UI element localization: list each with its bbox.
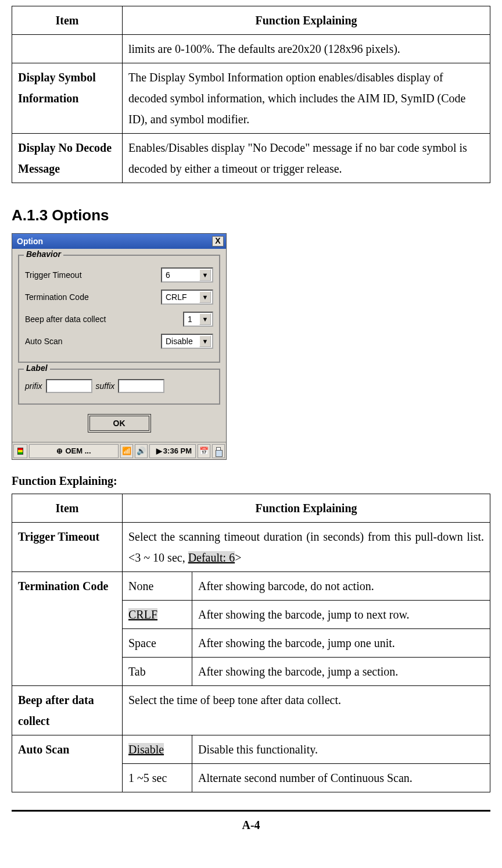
dialog-titlebar: Option X (12, 234, 226, 249)
table-row: Display No Decode Message Enables/Disabl… (12, 134, 490, 183)
beep-label: Beep after data collect (25, 315, 183, 324)
prefix-input[interactable] (46, 379, 92, 393)
chevron-down-icon: ▼ (199, 335, 211, 347)
th-item: Item (12, 6, 123, 35)
cell-desc: After showing barcode, do not action. (192, 572, 490, 601)
cell-code: Disable (123, 735, 192, 764)
table-row: limits are 0-100%. The defaults are20x20… (12, 35, 490, 63)
table-row: Auto Scan Disable Disable this functiona… (12, 735, 490, 764)
trigger-timeout-value: 6 (166, 270, 199, 280)
cell-code: Tab (123, 658, 192, 686)
termination-code-combo[interactable]: CRLF ▼ (161, 290, 213, 305)
termination-code-value: CRLF (166, 292, 199, 302)
cell-item: Display No Decode Message (12, 134, 123, 183)
label-legend: Label (24, 363, 50, 373)
cell-desc: Disable this functionality. (192, 735, 490, 764)
ok-button[interactable]: OK (88, 414, 151, 433)
taskbar: ⊕OEM ... 📶 🔊 ▶3:36 PM 📅 (12, 442, 226, 459)
table-decode-options: Item Function Explaining limits are 0-10… (12, 6, 490, 183)
taskbar-clock[interactable]: ▶3:36 PM (149, 444, 196, 458)
cell-desc: After showing the barcode, jump one unit… (192, 629, 490, 658)
auto-scan-label: Auto Scan (25, 337, 161, 346)
chevron-down-icon: ▼ (199, 313, 211, 325)
cell-item: Trigger Timeout (12, 523, 123, 572)
cell-code: None (123, 572, 192, 601)
start-flag-icon[interactable] (13, 444, 27, 458)
cell-item: Display Symbol Information (12, 63, 123, 134)
function-explaining-label: Function Explaining: (12, 474, 490, 488)
table-row: Display Symbol Information The Display S… (12, 63, 490, 134)
beep-row: Beep after data collect 1 ▼ (25, 310, 213, 328)
cell-explain: Enables/Disables display "No Decode" mes… (123, 134, 490, 183)
close-button[interactable]: X (212, 236, 224, 247)
beep-combo[interactable]: 1 ▼ (183, 312, 213, 327)
cell-code: CRLF (123, 601, 192, 629)
behavior-fieldset: Behavior Trigger Timeout 6 ▼ Termination… (18, 255, 220, 363)
page-footer: A-4 (12, 810, 490, 832)
volume-icon[interactable]: 🔊 (135, 444, 148, 458)
auto-scan-row: Auto Scan Disable ▼ (25, 333, 213, 350)
cell-desc: Alternate second number of Continuous Sc… (192, 764, 490, 792)
taskbar-oem-button[interactable]: ⊕OEM ... (29, 444, 119, 458)
chevron-down-icon: ▼ (199, 291, 211, 303)
cell-item: Beep after data collect (12, 686, 123, 735)
suffix-input[interactable] (118, 379, 164, 393)
cell-item: Termination Code (12, 572, 123, 686)
table-row: Termination Code None After showing barc… (12, 572, 490, 601)
suffix-label: suffix (96, 381, 115, 391)
table-row: Trigger Timeout Select the scanning time… (12, 523, 490, 572)
th-explain: Function Explaining (123, 494, 490, 523)
network-icon[interactable]: 📶 (120, 444, 133, 458)
desktop-icon[interactable] (212, 444, 225, 458)
cell-explain: Select the time of beep tone after data … (123, 686, 490, 735)
table-options-explain: Item Function Explaining Trigger Timeout… (12, 494, 490, 792)
auto-scan-combo[interactable]: Disable ▼ (161, 334, 213, 349)
th-item: Item (12, 494, 123, 523)
trigger-timeout-combo[interactable]: 6 ▼ (161, 267, 213, 283)
termination-code-label: Termination Code (25, 292, 161, 302)
cell-explain: limits are 0-100%. The defaults are20x20… (123, 35, 490, 63)
cell-desc: After showing the barcode, jump to next … (192, 601, 490, 629)
cell-code: 1 ~5 sec (123, 764, 192, 792)
option-dialog-screenshot: Option X Behavior Trigger Timeout 6 ▼ Te… (12, 233, 227, 460)
beep-value: 1 (188, 315, 199, 324)
cell-explain: The Display Symbol Information option en… (123, 63, 490, 134)
prefix-label: prifix (25, 381, 42, 391)
cell-item (12, 35, 123, 63)
behavior-legend: Behavior (24, 249, 63, 259)
cell-item: Auto Scan (12, 735, 123, 792)
dialog-title: Option (17, 237, 43, 246)
cell-code: Space (123, 629, 192, 658)
trigger-timeout-label: Trigger Timeout (25, 270, 161, 280)
trigger-timeout-row: Trigger Timeout 6 ▼ (25, 266, 213, 284)
auto-scan-value: Disable (166, 337, 199, 346)
th-explain: Function Explaining (123, 6, 490, 35)
termination-code-row: Termination Code CRLF ▼ (25, 288, 213, 306)
calendar-icon[interactable]: 📅 (198, 444, 210, 458)
section-heading: A.1.3 Options (12, 206, 490, 224)
table-row: Beep after data collect Select the time … (12, 686, 490, 735)
label-fieldset: Label prifix suffix (18, 369, 220, 405)
cell-desc: After showing the barcode, jump a sectio… (192, 658, 490, 686)
cell-explain: Select the scanning timeout duration (in… (123, 523, 490, 572)
chevron-down-icon: ▼ (199, 269, 211, 281)
